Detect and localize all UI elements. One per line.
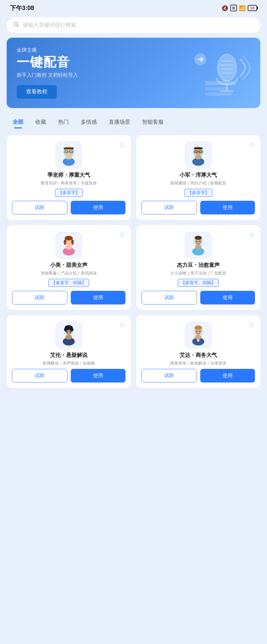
card-name-xiao-mei: 小美・甜美女声 xyxy=(50,262,87,269)
card-badge-ji-laoshi: 【多音字】 xyxy=(55,189,83,197)
card-badge-jie-li-dou: 【多音字、间隔】 xyxy=(178,279,219,287)
star-icon-xiao-jun[interactable]: ☆ xyxy=(248,140,255,149)
tabs-bar: 全部 收藏 热门 多情感 直播场景 智能客服 xyxy=(0,115,267,130)
svg-rect-10 xyxy=(205,87,229,90)
card-tags-ai-da: 商务宣传｜政策解读｜法律宣讲 xyxy=(170,360,226,366)
svg-point-53 xyxy=(70,331,71,333)
card-name-xiao-jun: 小军・浑厚大气 xyxy=(180,172,217,179)
voice-card-xiao-mei: ☆ 小美・甜美女声 智能客服｜产品介绍｜资讯阅读 【多音字、间隔】 试听 使用 xyxy=(7,225,131,310)
voice-card-xiao-jun: ☆ 小军・浑厚大气 新闻播报｜旁白介绍｜影视配音 【多音字】 试听 使用 xyxy=(136,135,260,220)
use-btn-xiao-mei[interactable]: 使用 xyxy=(71,291,125,304)
listen-btn-ai-da[interactable]: 试听 xyxy=(142,369,197,383)
search-placeholder-text: 请输入关键词进行搜索 xyxy=(23,22,76,29)
card-actions-jie-li-dou: 试听 使用 xyxy=(142,291,255,304)
card-actions-xiao-jun: 试听 使用 xyxy=(142,201,255,214)
tab-fav[interactable]: 收藏 xyxy=(29,115,52,130)
svg-point-35 xyxy=(70,242,72,243)
svg-point-59 xyxy=(196,331,197,332)
banner: 金牌主播 一键配音 新手入门教程 文档轻松导入 查看教程 xyxy=(7,38,260,108)
listen-btn-xiao-mei[interactable]: 试听 xyxy=(12,291,67,304)
tab-all[interactable]: 全部 xyxy=(7,115,29,130)
use-btn-xiao-jun[interactable]: 使用 xyxy=(200,201,255,214)
status-time: 下午3:08 xyxy=(10,4,34,12)
listen-btn-xiao-jun[interactable]: 试听 xyxy=(142,201,197,214)
avatar-ai-lun xyxy=(55,322,82,349)
svg-point-42 xyxy=(199,241,201,242)
voice-card-ai-lun: ☆ 艾伦・悬疑解说 影视解说｜有声阅读｜短视频 试听 使用 xyxy=(7,315,131,388)
card-tags-xiao-mei: 智能客服｜产品介绍｜资讯阅读 xyxy=(41,270,97,276)
card-actions-ai-lun: 试听 使用 xyxy=(12,369,125,383)
battery-icon: 18 xyxy=(248,5,257,11)
svg-point-60 xyxy=(199,331,201,332)
card-tags-jie-li-dou: 少儿读物｜亲子活动｜广告配音 xyxy=(170,270,226,276)
card-name-ji-laoshi: 季老师・厚重大气 xyxy=(47,172,90,179)
voice-card-ji-laoshi: ☆ 季老师・厚重大气 教育培训｜商务宣传｜专题宣传 【多音字】 试听 使用 xyxy=(7,135,131,220)
avatar-jie-li-dou xyxy=(185,232,212,258)
card-name-ai-lun: 艾伦・悬疑解说 xyxy=(50,352,87,359)
svg-point-63 xyxy=(195,335,202,340)
avatar-xiao-mei xyxy=(55,232,82,258)
avatar-ji-laoshi xyxy=(55,142,82,168)
avatar-ai-da xyxy=(185,322,212,349)
avatar-xiao-jun xyxy=(185,142,212,168)
card-badge-xiao-mei: 【多音字、间隔】 xyxy=(48,279,89,287)
card-badge-xiao-jun: 【多音字】 xyxy=(185,189,212,197)
svg-point-28 xyxy=(195,155,202,159)
card-tags-xiao-jun: 新闻播报｜旁白介绍｜影视配音 xyxy=(170,180,226,186)
search-icon xyxy=(13,21,19,29)
card-actions-ai-da: 试听 使用 xyxy=(142,369,255,383)
card-actions-xiao-mei: 试听 使用 xyxy=(12,291,125,304)
card-actions-ji-laoshi: 试听 使用 xyxy=(12,201,125,214)
search-bar[interactable]: 请输入关键词进行搜索 xyxy=(7,17,260,33)
star-icon-xiao-mei[interactable]: ☆ xyxy=(119,230,125,239)
banner-illustration xyxy=(187,41,254,104)
svg-point-2 xyxy=(218,54,236,81)
svg-point-41 xyxy=(196,241,197,242)
card-name-jie-li-dou: 杰力豆・治愈童声 xyxy=(177,262,220,269)
card-tags-ji-laoshi: 教育培训｜商务宣传｜专题宣传 xyxy=(41,180,97,186)
card-name-ai-da: 艾达・商务大气 xyxy=(180,352,217,359)
svg-rect-15 xyxy=(64,147,74,149)
svg-point-49 xyxy=(70,328,73,332)
svg-point-31 xyxy=(65,236,73,240)
star-icon-ai-da[interactable]: ☆ xyxy=(248,320,255,329)
voice-card-jie-li-dou: ☆ 杰力豆・治愈童声 少儿读物｜亲子活动｜广告配音 【多音字、间隔】 试听 使用 xyxy=(136,225,260,310)
svg-point-37 xyxy=(65,245,72,249)
star-icon-ji-laoshi[interactable]: ☆ xyxy=(119,140,125,149)
use-btn-ai-da[interactable]: 使用 xyxy=(200,369,255,383)
svg-point-20 xyxy=(65,155,72,159)
use-btn-jie-li-dou[interactable]: 使用 xyxy=(200,291,255,304)
status-icons: 🔇 ⊠ 📶 18 xyxy=(222,5,257,11)
svg-line-1 xyxy=(17,25,19,27)
svg-rect-23 xyxy=(194,147,203,149)
banner-tutorial-button[interactable]: 查看教程 xyxy=(17,85,57,99)
status-bar: 下午3:08 🔇 ⊠ 📶 18 xyxy=(0,0,267,15)
star-icon-jie-li-dou[interactable]: ☆ xyxy=(248,230,255,239)
svg-point-52 xyxy=(66,331,68,333)
tab-ai[interactable]: 智能客服 xyxy=(136,115,170,130)
voice-card-ai-da: ☆ 艾达・商务大气 商务宣传｜政策解读｜法律宣讲 试听 使用 xyxy=(136,315,260,388)
mute-icon: 🔇 xyxy=(222,5,228,11)
svg-point-44 xyxy=(195,245,202,249)
voice-cards-grid: ☆ 季老师・厚重大气 教育培训｜商务宣传｜专题宣传 【多音字】 试听 使用 xyxy=(0,130,267,393)
tab-hot[interactable]: 热门 xyxy=(52,115,75,130)
svg-point-55 xyxy=(65,335,72,340)
listen-btn-ai-lun[interactable]: 试听 xyxy=(12,369,67,383)
listen-btn-ji-laoshi[interactable]: 试听 xyxy=(12,201,67,214)
use-btn-ai-lun[interactable]: 使用 xyxy=(71,369,125,383)
listen-btn-jie-li-dou[interactable]: 试听 xyxy=(142,291,197,304)
tab-emotion[interactable]: 多情感 xyxy=(75,115,103,130)
use-btn-ji-laoshi[interactable]: 使用 xyxy=(71,201,125,214)
svg-rect-11 xyxy=(205,92,232,96)
star-icon-ai-lun[interactable]: ☆ xyxy=(119,320,125,329)
screenshot-icon: ⊠ xyxy=(230,5,237,11)
svg-point-34 xyxy=(65,242,68,243)
svg-point-40 xyxy=(195,236,202,240)
card-tags-ai-lun: 影视解说｜有声阅读｜短视频 xyxy=(43,360,95,366)
svg-rect-9 xyxy=(205,81,235,85)
wifi-icon: 📶 xyxy=(239,5,246,11)
tab-live[interactable]: 直播场景 xyxy=(103,115,136,130)
svg-point-48 xyxy=(64,328,67,332)
